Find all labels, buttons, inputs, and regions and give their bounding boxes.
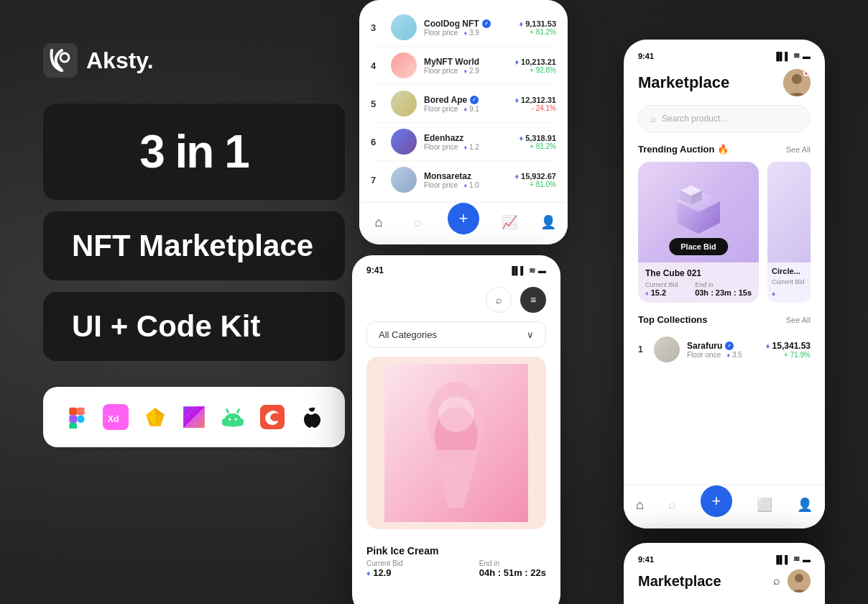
svg-line-20: [227, 409, 228, 412]
nav-search-icon[interactable]: ⌕: [409, 214, 426, 231]
nav-profile-icon[interactable]: 👤: [797, 497, 813, 513]
search-bar[interactable]: ⌕ Search product...: [638, 105, 811, 132]
nav-home-icon[interactable]: ⌂: [370, 214, 387, 231]
nav-plus-button[interactable]: +: [701, 485, 732, 517]
nft-list-item: 7 Monsaretaz Floor price ♦ 1.0 ♦ 15,932.…: [371, 161, 556, 198]
badge-3in1: 3 in 1: [43, 104, 345, 200]
nav-chart-icon[interactable]: ⬜: [757, 497, 772, 513]
adobe-xd-icon: Xd: [102, 401, 129, 433]
nft-info: CoolDog NFT ✓ Floor price ♦ 3.9: [424, 19, 520, 37]
user-avatar-2[interactable]: [788, 569, 811, 592]
wifi-icon: ≋: [529, 266, 535, 275]
figma-icon: [63, 401, 91, 433]
nft-info: Bored Ape ✓ Floor price ♦ 9.1: [424, 95, 514, 113]
nav-plus-button[interactable]: +: [448, 203, 479, 234]
nft-eth-price: ♦ 15,932.67: [514, 172, 556, 180]
partial-bid-val: ♦: [767, 290, 811, 302]
partial-card-name: Circle...: [767, 262, 811, 278]
search-icon: ⌕: [650, 113, 656, 124]
svg-line-21: [238, 409, 239, 412]
search-button-2[interactable]: ⌕: [773, 575, 780, 587]
top-collections-see-all[interactable]: See All: [786, 316, 811, 324]
aksty-logo-icon: [43, 43, 78, 78]
status-icons: ▐▌▌ ≋ ▬: [774, 51, 811, 60]
badge-ui-text: UI + Code Kit: [72, 309, 261, 344]
nft-eth-price: ♦ 5,318.91: [520, 134, 557, 142]
badge-ui: UI + Code Kit: [43, 292, 345, 361]
nft-card-image: [366, 357, 546, 529]
nft-rank: 5: [371, 99, 384, 109]
nft-name: MyNFT World: [424, 57, 514, 67]
marketplace-header: Marketplace: [624, 63, 825, 105]
status-icons-2: ▐▌▌ ≋ ▬: [774, 554, 811, 564]
nft-rank: 3: [371, 22, 384, 33]
nav-chart-icon[interactable]: 📈: [501, 214, 518, 231]
auction-card-cube: Place Bid The Cube 021 Current Bid ♦ 15.…: [638, 162, 759, 303]
see-all-button[interactable]: See All: [786, 145, 811, 154]
tools-row: Xd: [43, 387, 345, 447]
svg-rect-5: [69, 423, 77, 429]
category-dropdown[interactable]: All Categories ∨: [366, 321, 546, 348]
collection-price: ♦ 15,341.53: [766, 341, 811, 351]
nav-profile-icon[interactable]: 👤: [540, 214, 557, 231]
verified-badge: ✓: [725, 342, 734, 350]
filter-button[interactable]: ≡: [520, 287, 546, 313]
battery-icon: ▬: [538, 266, 546, 275]
nft-card-name: Pink Ice Cream: [366, 545, 546, 557]
nav-search-icon[interactable]: ⌕: [668, 498, 676, 513]
phone-marketplace-2: 9:41 ▐▌▌ ≋ ▬ Marketplace ⌕: [624, 543, 825, 604]
phone-marketplace: 9:41 ▐▌▌ ≋ ▬ Marketplace ⌕ Se: [624, 40, 825, 528]
nft-name: CoolDog NFT ✓: [424, 19, 520, 29]
nft-floor: Floor price ♦ 2.9: [424, 67, 514, 75]
nft-list-item: 3 CoolDog NFT ✓ Floor price ♦ 3.9 ♦ 9,13…: [371, 9, 556, 47]
battery-icon: ▬: [803, 555, 811, 564]
collection-floor: Floor once ♦ 3.5: [687, 351, 759, 359]
collection-price-col: ♦ 15,341.53 + 71.9%: [766, 341, 811, 359]
top-collections-header: Top Collections See All: [624, 314, 825, 332]
badge-nft: NFT Marketplace: [43, 211, 345, 280]
marketplace-title-2: Marketplace: [638, 573, 721, 590]
auction-bid-section: Current Bid ♦ 15.2: [645, 281, 678, 297]
nft-list-item: 4 MyNFT World Floor price ♦ 2.9 ♦ 10,213…: [371, 47, 556, 85]
partial-bid-label: Current Bid: [767, 278, 811, 290]
nav-home-icon[interactable]: ⌂: [636, 498, 644, 513]
phone-header: ⌕ ≡: [352, 281, 560, 321]
nft-price-col: ♦ 10,213.21 + 92.8%: [514, 58, 556, 74]
nft-change: + 81.2%: [520, 28, 557, 36]
sketch-icon: [142, 401, 169, 433]
nft-list: 3 CoolDog NFT ✓ Floor price ♦ 3.9 ♦ 9,13…: [359, 0, 568, 207]
svg-rect-17: [225, 418, 241, 426]
nft-change: + 81.0%: [514, 180, 556, 188]
bottom-nav-marketplace: ⌂ ⌕ + ⬜ 👤: [624, 485, 825, 528]
nft-price-col: ♦ 12,312.31 - 24.1%: [514, 96, 556, 112]
svg-point-19: [235, 418, 237, 421]
nft-change: + 81.2%: [520, 142, 557, 150]
nft-info: Monsaretaz Floor price ♦ 1.0: [424, 171, 514, 189]
status-time-2: 9:41: [638, 555, 654, 564]
nft-floor: Floor price ♦ 1.2: [424, 143, 520, 151]
trending-auction-header: Trending Auction 🔥 See All: [624, 144, 825, 162]
nft-avatar-edenhazz: [391, 129, 417, 155]
place-bid-button[interactable]: Place Bid: [669, 238, 728, 255]
nft-change: - 24.1%: [514, 104, 556, 112]
status-icons: ▐▌▌ ≋ ▬: [509, 266, 546, 275]
collection-item: 1 Sarafuru ✓ Floor once ♦ 3.5 ♦ 15,341.5…: [638, 332, 811, 367]
svg-rect-2: [69, 408, 77, 416]
auction-bid-row: Current Bid ♦ 15.2 End in 03h : 23m : 15…: [638, 280, 759, 303]
nft-floor: Floor price ♦ 1.0: [424, 181, 514, 189]
chevron-down-icon: ∨: [527, 329, 534, 340]
auction-end-section: End in 03h : 23m : 15s: [695, 281, 752, 297]
nft-price-col: ♦ 9,131.53 + 81.2%: [520, 19, 557, 36]
status-time: 9:41: [638, 52, 654, 60]
page-wrapper: Aksty. 3 in 1 NFT Marketplace UI + Code …: [0, 0, 868, 604]
nft-name: Monsaretaz: [424, 171, 514, 181]
nft-rank: 7: [371, 175, 384, 186]
battery-icon: ▬: [803, 52, 811, 60]
search-button[interactable]: ⌕: [486, 287, 512, 313]
logo-area: Aksty.: [43, 43, 345, 78]
user-avatar[interactable]: [783, 69, 811, 96]
auction-bid-val: ♦ 15.2: [645, 288, 678, 297]
nft-eth-price: ♦ 10,213.21: [514, 58, 556, 66]
wifi-icon: ≋: [793, 51, 800, 60]
nft-info: Edenhazz Floor price ♦ 1.2: [424, 133, 520, 151]
